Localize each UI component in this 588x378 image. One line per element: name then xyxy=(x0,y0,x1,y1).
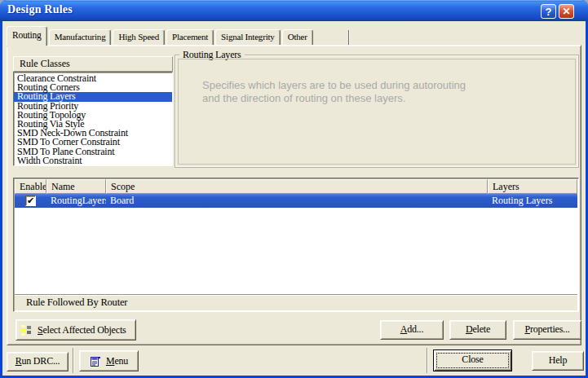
help-icon[interactable]: ? xyxy=(541,4,556,19)
column-header-scope: Scope xyxy=(106,179,488,194)
rule-classes-header: Rule Classes xyxy=(13,56,173,72)
tab-routing[interactable]: Routing xyxy=(7,26,47,46)
column-header-layers: Layers xyxy=(488,179,577,194)
bottom-separator-right xyxy=(427,348,428,373)
tab-high-speed[interactable]: High Speed xyxy=(113,29,165,46)
menu-button[interactable]: Menu xyxy=(79,350,139,371)
routing-layers-groupbox: Routing Layers Specifies which layers ar… xyxy=(175,55,579,168)
rules-table: Enabled Name Scope Layers ✔ RoutingLayer… xyxy=(13,178,579,312)
scope-cell: Board xyxy=(106,195,488,207)
description-panel: Specifies which layers are to be used du… xyxy=(178,59,576,165)
column-header-name: Name xyxy=(46,179,106,194)
tab-signal-integrity[interactable]: Signal Integrity xyxy=(215,29,281,46)
layers-cell: Routing Layers xyxy=(488,195,577,207)
enabled-cell: ✔ xyxy=(15,196,46,206)
properties-button[interactable]: Properties... xyxy=(513,320,581,340)
design-rules-dialog: Design Rules ? ✕ Routing Manufacturing H… xyxy=(0,0,588,378)
delete-button[interactable]: Delete xyxy=(449,320,506,340)
bottom-separator-left xyxy=(73,348,74,373)
rule-description-text: Specifies which layers are to be used du… xyxy=(202,79,468,105)
name-cell: RoutingLayers xyxy=(46,195,106,207)
tab-manufacturing[interactable]: Manufacturing xyxy=(49,29,112,46)
tab-other[interactable]: Other xyxy=(282,29,313,46)
titlebar: Design Rules ? ✕ xyxy=(0,0,588,21)
rule-classes-panel: Rule Classes Clearance Constraint Routin… xyxy=(13,56,173,166)
tab-strip: Routing Manufacturing High Speed Placeme… xyxy=(7,27,315,46)
affected-objects-icon xyxy=(21,324,33,336)
menu-label: Menu xyxy=(106,355,128,367)
add-button[interactable]: Add... xyxy=(380,320,444,340)
rule-classes-list[interactable]: Clearance Constraint Routing Corners Rou… xyxy=(13,72,173,166)
dialog-client-area: Routing Manufacturing High Speed Placeme… xyxy=(2,21,586,376)
table-footer-status: Rule Followed By Router xyxy=(15,294,577,310)
run-drc-button[interactable]: Run DRC... xyxy=(7,352,69,371)
menu-icon xyxy=(90,355,101,367)
select-affected-objects-button[interactable]: Select Affected Objects xyxy=(15,319,136,341)
list-item-width-constraint[interactable]: Width Constraint xyxy=(14,156,172,165)
window-title: Design Rules xyxy=(7,3,73,16)
routing-tab-page: Rule Classes Clearance Constraint Routin… xyxy=(7,45,581,345)
tab-strip-edge xyxy=(348,30,350,46)
close-icon[interactable]: ✕ xyxy=(559,4,574,19)
help-button[interactable]: Help xyxy=(532,351,584,371)
table-header-row: Enabled Name Scope Layers xyxy=(15,179,577,194)
column-header-enabled: Enabled xyxy=(15,179,46,194)
close-button[interactable]: Close xyxy=(433,349,512,371)
select-affected-objects-label: Select Affected Objects xyxy=(38,324,126,336)
checkmark-icon: ✔ xyxy=(27,196,34,205)
enabled-checkbox[interactable]: ✔ xyxy=(25,196,36,206)
tab-placement[interactable]: Placement xyxy=(166,29,214,46)
table-row[interactable]: ✔ RoutingLayers Board Routing Layers xyxy=(15,194,577,208)
